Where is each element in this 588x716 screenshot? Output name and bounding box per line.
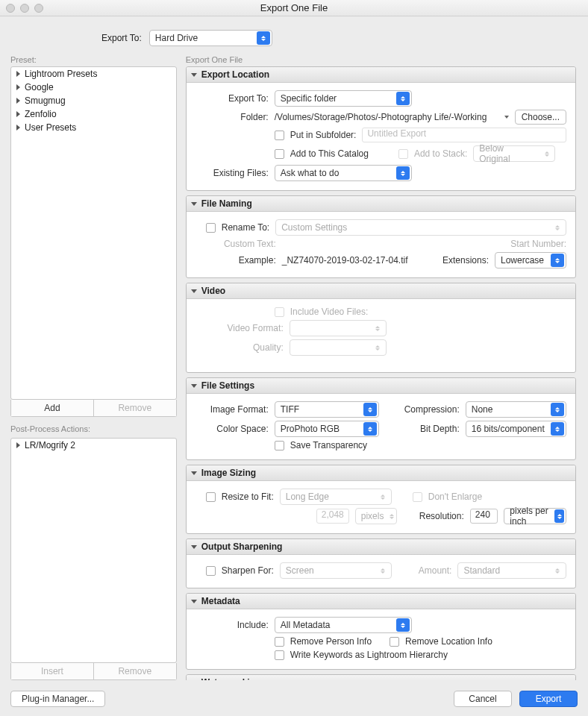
color-space-select[interactable]: ProPhoto RGB <box>275 421 379 437</box>
section-watermarking: Watermarking Watermark: Simple Copyright… <box>186 674 576 680</box>
chevron-updown-icon <box>388 509 394 523</box>
section-file-naming: File Naming Rename To: Custom Settings <box>186 195 576 278</box>
section-title: Watermarking <box>201 677 261 680</box>
section-header[interactable]: File Settings <box>187 378 575 394</box>
export-to-value: Hard Drive <box>155 33 198 43</box>
section-header[interactable]: Export Location <box>187 67 575 83</box>
chevron-down-icon <box>191 73 197 77</box>
folder-path: /Volumes/Storage/Photos/-Photography Lif… <box>275 112 498 122</box>
preset-label: User Presets <box>25 122 76 133</box>
section-header[interactable]: Output Sharpening <box>187 539 575 555</box>
resize-label: Resize to Fit: <box>222 492 274 502</box>
close-icon[interactable] <box>6 4 15 13</box>
chevron-updown-icon <box>396 618 410 632</box>
zoom-icon[interactable] <box>34 4 43 13</box>
sharpen-for-select: Screen <box>280 562 392 579</box>
add-to-stack-label: Add to Stack: <box>414 148 467 159</box>
select-value: Long Edge <box>286 492 329 502</box>
preset-label: Smugmug <box>25 95 66 106</box>
save-transparency-checkbox[interactable] <box>275 441 284 450</box>
minimize-icon[interactable] <box>20 4 29 13</box>
write-keywords-label: Write Keywords as Lightroom Hierarchy <box>290 650 448 660</box>
preset-item[interactable]: Google <box>11 81 176 94</box>
preset-label: Zenfolio <box>25 109 57 119</box>
post-process-heading: Post-Process Actions: <box>10 424 177 433</box>
chevron-down-icon <box>191 289 197 293</box>
plugin-manager-button[interactable]: Plug-in Manager... <box>10 691 105 707</box>
section-output-sharpening: Output Sharpening Sharpen For: Screen Am… <box>186 538 576 588</box>
chevron-updown-icon <box>371 341 384 354</box>
dont-enlarge-label: Don't Enlarge <box>428 492 482 502</box>
chevron-updown-icon <box>371 321 384 335</box>
preset-item[interactable]: Zenfolio <box>11 107 176 121</box>
sharpen-checkbox[interactable] <box>206 566 216 576</box>
preset-item[interactable]: Lightroom Presets <box>11 67 176 81</box>
chevron-updown-icon <box>540 147 554 160</box>
extensions-select[interactable]: Lowercase <box>495 252 566 268</box>
cancel-button[interactable]: Cancel <box>454 691 512 707</box>
section-header[interactable]: Watermarking <box>187 675 575 680</box>
chevron-down-icon <box>191 600 197 603</box>
post-process-item[interactable]: LR/Mogrify 2 <box>11 439 176 452</box>
add-to-catalog-checkbox[interactable] <box>275 149 284 159</box>
section-header[interactable]: Metadata <box>187 594 575 609</box>
put-in-subfolder-label: Put in Subfolder: <box>290 130 357 140</box>
section-title: File Naming <box>201 198 252 209</box>
remove-action-button: Remove <box>94 663 176 679</box>
dont-enlarge-checkbox <box>413 492 422 502</box>
chevron-right-icon <box>16 442 20 448</box>
chevron-right-icon <box>16 111 20 117</box>
px-input: 2,048 <box>316 509 349 524</box>
write-keywords-checkbox[interactable] <box>275 650 284 660</box>
compression-select[interactable]: None <box>466 401 566 418</box>
bit-depth-label: Bit Depth: <box>385 424 460 434</box>
section-export-location: Export Location Export To: Specific fold… <box>186 66 576 191</box>
export-to-select[interactable]: Hard Drive <box>149 30 272 46</box>
select-value: 16 bits/component <box>472 424 545 434</box>
preset-item[interactable]: Smugmug <box>11 94 176 107</box>
add-to-stack-checkbox <box>398 149 408 159</box>
sharpen-for-label: Sharpen For: <box>222 565 274 576</box>
remove-person-checkbox[interactable] <box>275 637 284 647</box>
post-process-list[interactable]: LR/Mogrify 2 <box>10 438 177 663</box>
put-in-subfolder-checkbox[interactable] <box>275 131 284 140</box>
chevron-updown-icon <box>363 403 377 416</box>
add-preset-button[interactable]: Add <box>11 400 94 416</box>
rename-to-label: Rename To: <box>222 222 269 233</box>
chevron-right-icon <box>16 125 20 131</box>
chevron-updown-icon <box>363 422 377 436</box>
folder-recent-dropdown[interactable] <box>504 116 509 119</box>
remove-preset-button: Remove <box>94 400 176 416</box>
px-unit-select: pixels <box>355 508 397 524</box>
existing-files-select[interactable]: Ask what to do <box>275 165 412 181</box>
select-value: Custom Settings <box>281 222 347 233</box>
section-header[interactable]: File Naming <box>187 196 575 212</box>
export-button[interactable]: Export <box>519 691 578 707</box>
section-header[interactable]: Video <box>187 283 575 299</box>
select-value: Standard <box>463 565 500 576</box>
extensions-label: Extensions: <box>442 255 489 266</box>
resolution-unit-select[interactable]: pixels per inch <box>504 508 566 524</box>
bit-depth-select[interactable]: 16 bits/component <box>466 421 566 437</box>
section-metadata: Metadata Include: All Metadata Re <box>186 593 576 670</box>
preset-item[interactable]: User Presets <box>11 121 176 134</box>
image-format-label: Image Format: <box>196 404 269 415</box>
folder-label: Folder: <box>196 112 269 122</box>
resolution-input[interactable]: 240 <box>470 509 498 524</box>
rename-to-checkbox[interactable] <box>206 223 216 233</box>
export-to-label: Export To: <box>196 93 269 104</box>
remove-location-checkbox[interactable] <box>390 637 399 647</box>
image-format-select[interactable]: TIFF <box>275 401 379 418</box>
section-header[interactable]: Image Sizing <box>187 465 575 481</box>
section-image-sizing: Image Sizing Resize to Fit: Long Edge <box>186 465 576 534</box>
select-value: ProPhoto RGB <box>281 424 340 434</box>
resize-checkbox[interactable] <box>206 492 216 502</box>
export-to-folder-select[interactable]: Specific folder <box>275 90 412 107</box>
choose-folder-button[interactable]: Choose... <box>515 110 566 125</box>
video-quality-select <box>290 339 387 356</box>
start-number-label: Start Number: <box>510 239 566 249</box>
include-select[interactable]: All Metadata <box>275 617 412 633</box>
preset-list[interactable]: Lightroom Presets Google Smugmug Zenfoli… <box>10 66 177 400</box>
chevron-right-icon <box>16 71 20 77</box>
select-value: All Metadata <box>281 620 331 630</box>
